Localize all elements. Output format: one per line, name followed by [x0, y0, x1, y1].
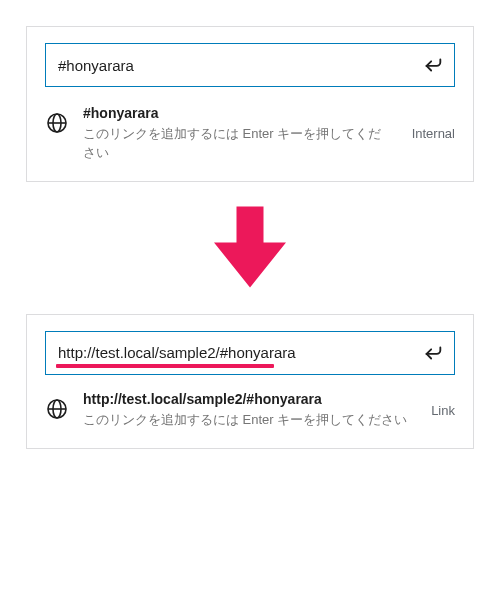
suggestion-title: #honyarara [83, 105, 390, 121]
suggestion-body: http://test.local/sample2/#honyarara このリ… [83, 391, 409, 430]
url-input-row[interactable]: http://test.local/sample2/#honyarara [45, 331, 455, 375]
suggestion-desc: このリンクを追加するには Enter キーを押してください [83, 411, 409, 430]
suggestion-row[interactable]: #honyarara このリンクを追加するには Enter キーを押してください… [45, 105, 455, 163]
globe-icon [45, 111, 69, 135]
suggestion-body: #honyarara このリンクを追加するには Enter キーを押してください [83, 105, 390, 163]
suggestion-row[interactable]: http://test.local/sample2/#honyarara このリ… [45, 391, 455, 430]
arrow-return-icon [422, 342, 444, 364]
url-input[interactable]: #honyarara [58, 57, 422, 74]
url-input[interactable]: http://test.local/sample2/#honyarara [58, 344, 422, 361]
suggestion-desc: このリンクを追加するには Enter キーを押してください [83, 125, 390, 163]
link-popover-top: #honyarara #honyarara このリンクを追加するには En [26, 26, 474, 182]
highlight-underline [56, 364, 274, 368]
submit-button[interactable] [422, 54, 444, 76]
url-input-row[interactable]: #honyarara [45, 43, 455, 87]
submit-button[interactable] [422, 342, 444, 364]
transition-arrow [205, 202, 295, 292]
link-popover-bottom: http://test.local/sample2/#honyarara h [26, 314, 474, 449]
suggestion-title: http://test.local/sample2/#honyarara [83, 391, 409, 407]
svg-marker-2 [214, 206, 286, 287]
arrow-return-icon [422, 54, 444, 76]
arrow-down-icon [205, 202, 295, 292]
globe-icon [45, 397, 69, 421]
suggestion-tag: Internal [412, 126, 455, 141]
suggestion-tag: Link [431, 403, 455, 418]
